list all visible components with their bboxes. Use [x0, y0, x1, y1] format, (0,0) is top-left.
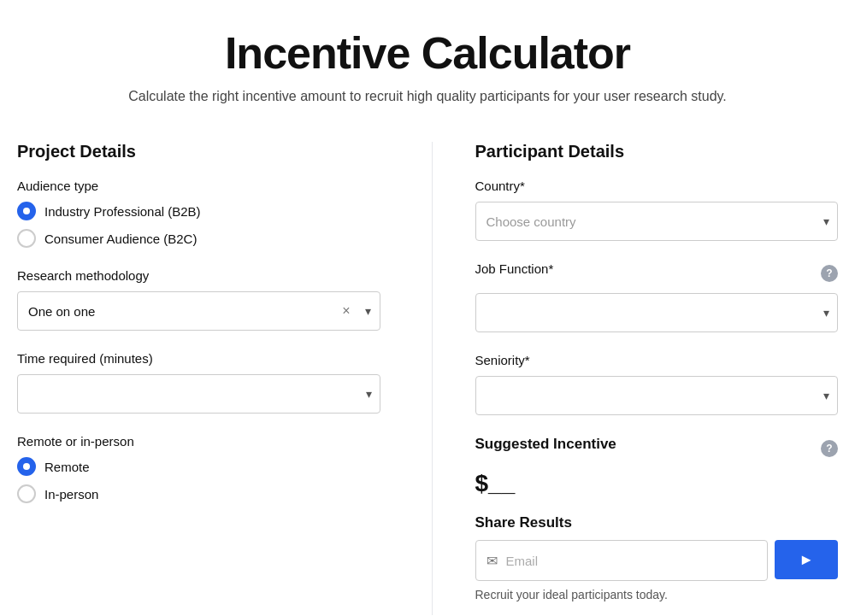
audience-type-group: Audience type Industry Professional (B2B…: [17, 179, 380, 248]
left-panel: Project Details Audience type Industry P…: [17, 142, 398, 615]
job-function-select-wrapper: ▾: [475, 293, 839, 332]
audience-b2b-option[interactable]: Industry Professional (B2B): [17, 202, 380, 220]
email-input-wrapper: ✉: [475, 540, 769, 581]
right-panel: Participant Details Country* Choose coun…: [467, 142, 839, 615]
job-function-label: Job Function*: [475, 261, 554, 276]
research-methodology-value: One on one: [28, 304, 369, 319]
recruit-text: Recruit your ideal participants today.: [475, 588, 839, 601]
suggested-incentive-section: Suggested Incentive ? $__: [475, 436, 839, 497]
panel-divider: [432, 142, 433, 615]
remote-inperson-group: Remote or in-person Remote In-person: [17, 434, 380, 503]
seniority-select[interactable]: [475, 376, 839, 415]
share-results-label: Share Results: [475, 514, 839, 531]
email-icon: ✉: [486, 553, 498, 569]
inperson-radio[interactable]: [17, 484, 36, 503]
page-subtitle: Calculate the right incentive amount to …: [17, 89, 838, 104]
inperson-option[interactable]: In-person: [17, 484, 380, 503]
page-header: Incentive Calculator Calculate the right…: [0, 0, 855, 121]
country-group: Country* Choose country ▾: [475, 179, 839, 241]
email-input[interactable]: [506, 541, 758, 580]
time-required-label: Time required (minutes): [17, 351, 380, 366]
page-title: Incentive Calculator: [17, 27, 838, 79]
time-required-group: Time required (minutes) ▾: [17, 351, 380, 414]
time-required-select[interactable]: [17, 374, 380, 414]
research-methodology-group: Research methodology One on one × ▾: [17, 268, 380, 331]
country-label: Country*: [475, 179, 839, 193]
seniority-label: Seniority*: [475, 353, 839, 367]
time-required-select-wrapper: ▾: [17, 374, 380, 414]
audience-b2c-label: Consumer Audience (B2C): [44, 232, 197, 246]
share-results-section: Share Results ✉ ► Recruit your ideal par…: [475, 514, 839, 601]
research-methodology-label: Research methodology: [17, 268, 380, 283]
send-icon: ►: [799, 551, 814, 569]
remote-inperson-label: Remote or in-person: [17, 434, 380, 449]
main-content: Project Details Audience type Industry P…: [0, 121, 855, 616]
country-select-wrapper: Choose country ▾: [475, 202, 839, 241]
audience-b2b-label: Industry Professional (B2B): [44, 204, 201, 219]
job-function-select[interactable]: [475, 293, 839, 332]
inperson-label: In-person: [44, 487, 98, 502]
suggested-incentive-label: Suggested Incentive: [475, 436, 616, 453]
send-button[interactable]: ►: [775, 540, 838, 579]
job-function-group: Job Function* ? ▾: [475, 261, 839, 332]
seniority-select-wrapper: ▾: [475, 376, 839, 415]
audience-b2c-option[interactable]: Consumer Audience (B2C): [17, 229, 380, 248]
clear-methodology-button[interactable]: ×: [339, 303, 353, 319]
research-methodology-select[interactable]: One on one × ▾: [17, 291, 380, 331]
seniority-group: Seniority* ▾: [475, 353, 839, 415]
country-select[interactable]: Choose country: [475, 202, 839, 241]
participant-details-title: Participant Details: [475, 142, 839, 161]
job-function-help-icon[interactable]: ?: [821, 265, 838, 282]
incentive-value: $__: [475, 470, 839, 497]
remote-label: Remote: [44, 460, 90, 474]
suggested-incentive-help-icon[interactable]: ?: [821, 440, 838, 457]
audience-b2b-radio[interactable]: [17, 202, 36, 220]
remote-radio[interactable]: [17, 457, 36, 476]
audience-type-label: Audience type: [17, 179, 380, 193]
project-details-title: Project Details: [17, 142, 380, 161]
remote-option[interactable]: Remote: [17, 457, 380, 476]
audience-b2c-radio[interactable]: [17, 229, 36, 248]
research-methodology-select-wrapper: One on one × ▾: [17, 291, 380, 331]
share-input-row: ✉ ►: [475, 540, 839, 581]
